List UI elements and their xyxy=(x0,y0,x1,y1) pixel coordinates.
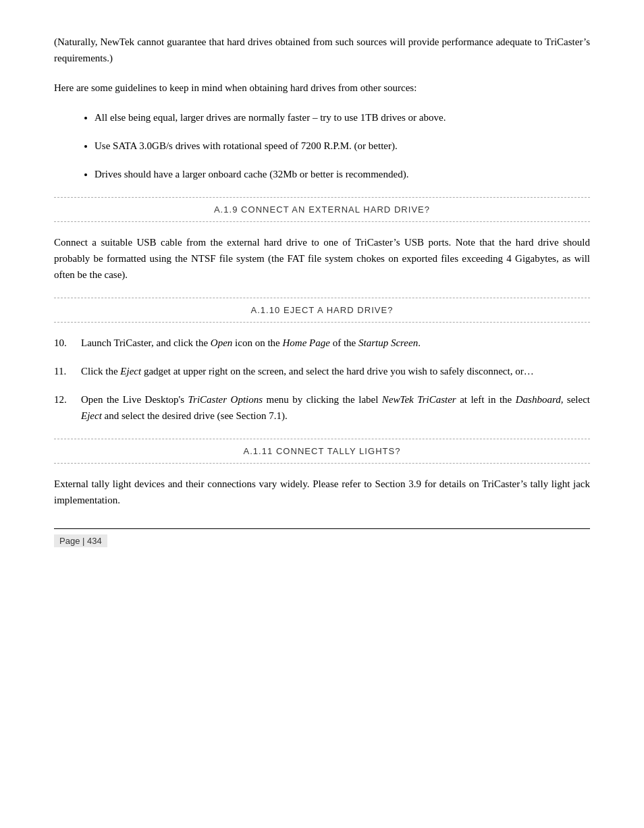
list-item-text: Open the Live Desktop's TriCaster Option… xyxy=(81,394,590,421)
section-divider-bottom xyxy=(54,322,590,323)
list-number: 11. xyxy=(54,363,66,379)
list-item: 11. Click the Eject gadget at upper righ… xyxy=(54,363,590,379)
list-number: 12. xyxy=(54,391,67,408)
section-divider xyxy=(54,298,590,298)
list-number: 10. xyxy=(54,335,67,351)
numbered-list: 10. Launch TriCaster, and click the Open… xyxy=(54,335,590,424)
list-item: 12. Open the Live Desktop's TriCaster Op… xyxy=(54,391,590,424)
guidelines-paragraph: Here are some guidelines to keep in mind… xyxy=(54,80,590,96)
section-a110-heading: A.1.10 EJECT A HARD DRIVE? xyxy=(54,305,590,315)
italic-text: Eject xyxy=(120,366,141,377)
list-item-text: Click the Eject gadget at upper right on… xyxy=(81,366,534,377)
italic-text: Startup Screen xyxy=(358,337,418,348)
list-item: 10. Launch TriCaster, and click the Open… xyxy=(54,335,590,351)
section-a111-body: External tally light devices and their c… xyxy=(54,476,590,508)
section-divider xyxy=(54,197,590,198)
bullet-list: All else being equal, larger drives are … xyxy=(95,109,590,182)
section-a19-body: Connect a suitable USB cable from the ex… xyxy=(54,234,590,283)
page-number: Page | 434 xyxy=(54,534,107,547)
italic-text: TriCaster Options xyxy=(188,394,263,405)
italic-text: NewTek TriCaster xyxy=(382,394,456,405)
section-divider xyxy=(54,439,590,439)
list-item: Drives should have a larger onboard cach… xyxy=(95,166,590,182)
italic-text: Open xyxy=(211,337,233,348)
section-a111-heading: A.1.11 CONNECT TALLY LIGHTS? xyxy=(54,446,590,456)
italic-text: Home Page xyxy=(283,337,330,348)
intro-paragraph: (Naturally, NewTek cannot guarantee that… xyxy=(54,34,590,66)
list-item-text: Launch TriCaster, and click the Open ico… xyxy=(81,337,421,348)
italic-text: Eject xyxy=(81,410,102,421)
section-divider-bottom xyxy=(54,463,590,464)
section-divider-bottom xyxy=(54,221,590,222)
footer-line xyxy=(54,528,590,529)
italic-text: Dashboard, xyxy=(516,394,564,405)
list-item: All else being equal, larger drives are … xyxy=(95,109,590,126)
list-item: Use SATA 3.0GB/s drives with rotational … xyxy=(95,138,590,154)
section-a19-heading: A.1.9 CONNECT AN EXTERNAL HARD DRIVE? xyxy=(54,204,590,215)
page: (Naturally, NewTek cannot guarantee that… xyxy=(0,0,644,828)
